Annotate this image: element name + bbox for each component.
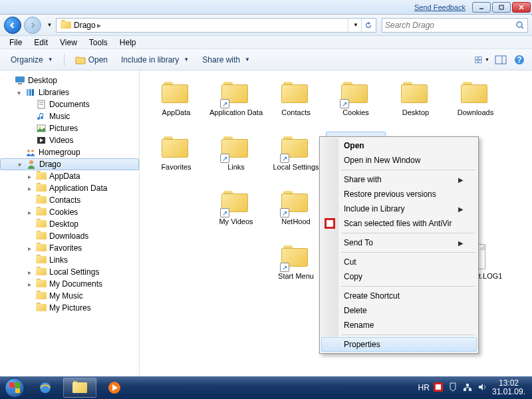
context-menu-send-to[interactable]: Send To▶	[321, 235, 477, 250]
address-bar[interactable]: Drago▸ ▼	[56, 18, 376, 33]
file-item[interactable]: Desktop	[386, 77, 446, 132]
context-menu-label: Open in New Window	[344, 156, 420, 165]
context-menu-scan-selected-files-with-antivir[interactable]: Scan selected files with AntiVir	[321, 216, 477, 231]
tree-item-my-documents[interactable]: ▸My Documents	[0, 278, 139, 290]
taskbar-app-ie[interactable]	[29, 378, 62, 398]
system-tray: HR 13:02 31.01.09.	[413, 379, 531, 396]
tree-item-favorites[interactable]: ▸Favorites	[0, 242, 139, 254]
context-menu-rename[interactable]: Rename	[321, 318, 477, 332]
language-indicator[interactable]: HR	[418, 383, 430, 392]
file-item[interactable]: ↗Cookies	[326, 77, 386, 132]
tree-item-documents[interactable]: Documents	[0, 98, 139, 110]
menu-edit[interactable]: Edit	[29, 37, 53, 49]
context-menu-create-shortcut[interactable]: Create Shortcut	[321, 289, 477, 303]
shortcut-overlay-icon: ↗	[280, 263, 289, 272]
menu-file[interactable]: File	[4, 37, 27, 49]
tree-label: Music	[49, 112, 70, 121]
tree-expander[interactable]: ▸	[25, 173, 33, 180]
organize-button[interactable]: Organize▼	[5, 53, 59, 67]
tree-expander[interactable]: ▾	[15, 161, 23, 168]
tree-item-downloads[interactable]: Downloads	[0, 230, 139, 242]
back-button[interactable]	[4, 17, 21, 34]
tree-expander[interactable]: ▸	[25, 185, 33, 192]
context-menu-cut[interactable]: Cut	[321, 255, 477, 269]
context-menu-include-in-library[interactable]: Include in Library▶	[321, 201, 477, 216]
tree-item-local-settings[interactable]: ▸Local Settings	[0, 266, 139, 278]
taskbar-app-explorer[interactable]	[63, 378, 96, 398]
nav-history-dropdown[interactable]: ▼	[44, 19, 53, 31]
tree-item-desktop[interactable]: Desktop	[0, 218, 139, 230]
svg-rect-16	[32, 89, 34, 96]
tree-item-videos[interactable]: Videos	[0, 134, 139, 146]
tree-item-contacts[interactable]: Contacts	[0, 194, 139, 206]
context-menu-label: Rename	[344, 321, 374, 330]
tree-item-music[interactable]: Music	[0, 110, 139, 122]
tree-item-drago[interactable]: ▾Drago	[0, 158, 139, 170]
tree-item-desktop[interactable]: Desktop	[0, 74, 139, 86]
tree-item-cookies[interactable]: ▸Cookies	[0, 206, 139, 218]
tree-item-application-data[interactable]: ▸Application Data	[0, 182, 139, 194]
network-icon[interactable]	[463, 382, 473, 393]
tree-label: AppData	[49, 172, 80, 181]
tree-expander[interactable]: ▸	[25, 209, 33, 216]
menu-view[interactable]: View	[55, 37, 82, 49]
preview-pane-button[interactable]	[493, 53, 508, 67]
minimize-button[interactable]	[472, 2, 491, 13]
navigation-tree[interactable]: Desktop▾LibrariesDocumentsMusicPicturesV…	[0, 70, 140, 376]
tree-item-pictures[interactable]: Pictures	[0, 122, 139, 134]
context-menu-delete[interactable]: Delete	[321, 303, 477, 318]
file-item[interactable]: ↗NetHood	[266, 186, 326, 241]
file-item[interactable]: Contacts	[266, 77, 326, 132]
open-button[interactable]: Open	[70, 53, 113, 67]
tree-item-homegroup[interactable]: Homegroup	[0, 146, 139, 158]
file-item[interactable]: Favorites	[146, 132, 206, 186]
tree-item-my-pictures[interactable]: My Pictures	[0, 302, 139, 314]
tree-item-libraries[interactable]: ▾Libraries	[0, 86, 139, 98]
search-input[interactable]	[385, 21, 515, 30]
antivir-tray-icon[interactable]	[434, 382, 444, 393]
clock[interactable]: 13:02 31.01.09.	[492, 379, 525, 396]
forward-button[interactable]	[24, 17, 41, 34]
search-box[interactable]	[382, 18, 528, 33]
refresh-button[interactable]	[361, 19, 374, 32]
close-button[interactable]	[512, 2, 531, 13]
tree-item-appdata[interactable]: ▸AppData	[0, 170, 139, 182]
include-in-library-button[interactable]: Include in library▼	[116, 53, 194, 67]
help-button[interactable]: ?	[512, 53, 527, 67]
menu-tools[interactable]: Tools	[84, 37, 113, 49]
file-item[interactable]: ↗Application Data	[206, 77, 266, 132]
context-menu-open[interactable]: Open	[321, 138, 477, 153]
window-titlebar: Send Feedback	[0, 0, 532, 15]
tree-expander[interactable]: ▾	[15, 89, 23, 96]
file-item[interactable]: AppData	[146, 77, 206, 132]
context-menu-copy[interactable]: Copy	[321, 269, 477, 284]
volume-icon[interactable]	[477, 382, 488, 393]
tree-label: Local Settings	[49, 267, 99, 277]
share-with-button[interactable]: Share with▼	[197, 53, 255, 67]
file-item[interactable]: ↗My Videos	[206, 186, 266, 241]
start-button[interactable]	[1, 376, 28, 399]
tree-expander[interactable]: ▸	[25, 245, 33, 252]
send-feedback-link[interactable]: Send Feedback	[414, 3, 466, 11]
desktop-icon	[15, 75, 25, 86]
file-item[interactable]: ↗Start Menu	[266, 241, 326, 295]
context-menu-restore-previous-versions[interactable]: Restore previous versions	[321, 187, 477, 201]
file-item[interactable]: ↗Links	[206, 132, 266, 186]
tree-expander[interactable]: ▸	[25, 281, 33, 288]
taskbar-app-mediaplayer[interactable]	[98, 378, 131, 398]
address-dropdown[interactable]: ▼	[348, 19, 361, 32]
file-item[interactable]: ↗Local Settings	[266, 132, 326, 186]
tree-expander[interactable]: ▸	[25, 269, 33, 276]
view-options-button[interactable]: ▼	[475, 53, 489, 67]
tree-label: Documents	[49, 100, 90, 109]
tree-item-my-music[interactable]: My Music	[0, 290, 139, 302]
context-menu-open-in-new-window[interactable]: Open in New Window	[321, 153, 477, 168]
file-item[interactable]: Downloads	[446, 77, 505, 132]
maximize-button[interactable]	[492, 2, 511, 13]
context-menu-share-with[interactable]: Share with▶	[321, 172, 477, 187]
menu-help[interactable]: Help	[114, 37, 142, 49]
action-center-icon[interactable]	[448, 382, 459, 393]
context-menu-properties[interactable]: Properties	[321, 337, 477, 352]
tree-item-links[interactable]: Links	[0, 254, 139, 266]
folder-icon	[461, 80, 487, 103]
